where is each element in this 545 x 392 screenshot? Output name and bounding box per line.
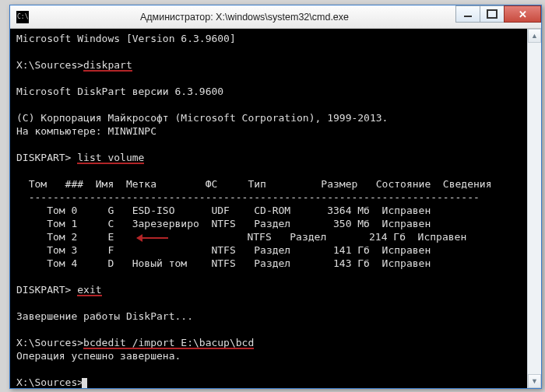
scroll-up-button[interactable]: ▲ — [528, 29, 541, 43]
close-button[interactable]: ✕ — [504, 5, 541, 23]
prompt: X:\Sources> — [16, 337, 83, 348]
scroll-down-button[interactable]: ▼ — [528, 374, 541, 388]
table-header: Том ### Имя Метка ФС Тип Размер Состояни… — [16, 178, 491, 190]
table-row: Том 2 E — [16, 231, 132, 243]
table-row: Том 1 C Зарезервиро NTFS Раздел 350 Мб И… — [16, 218, 431, 229]
table-row: NTFS Раздел 214 Гб Исправен — [168, 231, 467, 243]
line: (C) Корпорация Майкрософт (Microsoft Cor… — [16, 112, 388, 124]
table-row: Том 0 G ESD-ISO UDF CD-ROM 3364 Мб Испра… — [16, 205, 431, 216]
table-row: Том 3 F NTFS Раздел 141 Гб Исправен — [16, 244, 431, 256]
terminal-output[interactable]: Microsoft Windows [Version 6.3.9600] X:\… — [10, 29, 541, 388]
minimize-button[interactable] — [455, 5, 480, 23]
vertical-scrollbar[interactable]: ▲ ▼ — [527, 29, 541, 388]
table-divider: ----------------------------------------… — [16, 191, 480, 203]
maximize-button[interactable] — [480, 5, 505, 23]
line: Операция успешно завершена. — [16, 350, 181, 362]
cmd-diskpart: diskpart — [83, 59, 132, 71]
cmd-icon — [16, 11, 29, 23]
scroll-track[interactable] — [528, 43, 541, 374]
window-buttons: ✕ — [456, 5, 541, 23]
table-row: Том 4 D Новый том NTFS Раздел 143 Гб Исп… — [16, 257, 431, 269]
line: Microsoft Windows [Version 6.3.9600] — [16, 33, 236, 44]
cmd-window: Администратор: X:\windows\system32\cmd.e… — [9, 5, 542, 389]
prompt: X:\Sources> — [16, 59, 83, 71]
cmd-exit: exit — [77, 284, 101, 296]
cmd-bcdedit: bcdedit /import E:\bacup\bcd — [83, 337, 254, 348]
line: Завершение работы DiskPart... — [16, 310, 193, 322]
line: На компьютере: MINWINPC — [16, 125, 156, 137]
prompt: X:\Sources> — [16, 376, 83, 388]
cursor-icon — [82, 378, 87, 388]
prompt: DISKPART> — [16, 284, 77, 296]
cmd-list-volume: list volume — [77, 152, 144, 163]
arrow-icon — [132, 234, 168, 241]
titlebar[interactable]: Администратор: X:\windows\system32\cmd.e… — [10, 5, 541, 29]
line: Microsoft DiskPart версии 6.3.9600 — [16, 86, 223, 97]
prompt: DISKPART> — [16, 152, 77, 163]
